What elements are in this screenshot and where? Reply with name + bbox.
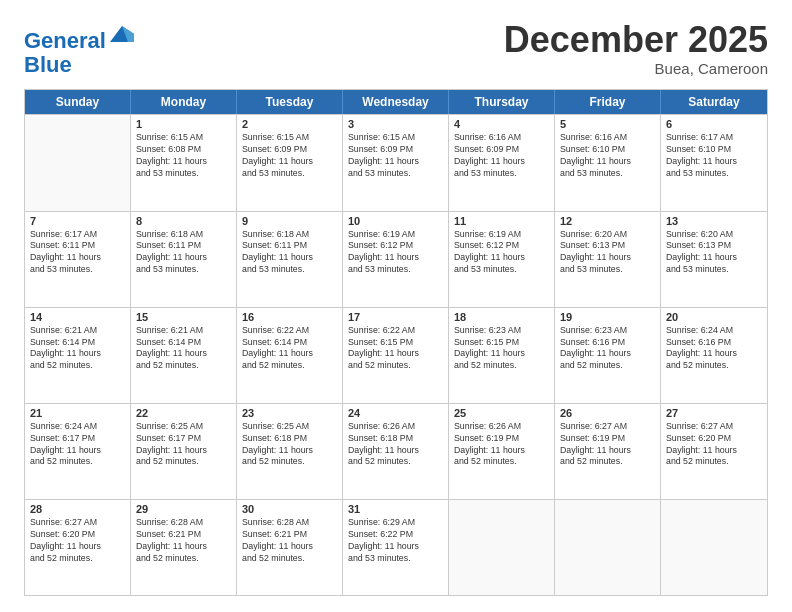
calendar: SundayMondayTuesdayWednesdayThursdayFrid… <box>24 89 768 596</box>
day-info: Sunrise: 6:15 AM Sunset: 6:08 PM Dayligh… <box>136 132 231 180</box>
cal-row-3: 21Sunrise: 6:24 AM Sunset: 6:17 PM Dayli… <box>25 403 767 499</box>
weekday-sunday: Sunday <box>25 90 131 114</box>
day-number: 26 <box>560 407 655 419</box>
calendar-header: SundayMondayTuesdayWednesdayThursdayFrid… <box>25 90 767 114</box>
day-number: 28 <box>30 503 125 515</box>
logo-icon <box>108 20 136 48</box>
day-info: Sunrise: 6:15 AM Sunset: 6:09 PM Dayligh… <box>348 132 443 180</box>
day-number: 15 <box>136 311 231 323</box>
cal-cell: 25Sunrise: 6:26 AM Sunset: 6:19 PM Dayli… <box>449 404 555 499</box>
cal-cell <box>555 500 661 595</box>
day-info: Sunrise: 6:16 AM Sunset: 6:10 PM Dayligh… <box>560 132 655 180</box>
day-number: 9 <box>242 215 337 227</box>
cal-row-2: 14Sunrise: 6:21 AM Sunset: 6:14 PM Dayli… <box>25 307 767 403</box>
day-info: Sunrise: 6:27 AM Sunset: 6:19 PM Dayligh… <box>560 421 655 469</box>
cal-cell: 29Sunrise: 6:28 AM Sunset: 6:21 PM Dayli… <box>131 500 237 595</box>
day-number: 17 <box>348 311 443 323</box>
weekday-friday: Friday <box>555 90 661 114</box>
day-info: Sunrise: 6:25 AM Sunset: 6:18 PM Dayligh… <box>242 421 337 469</box>
day-number: 13 <box>666 215 762 227</box>
day-info: Sunrise: 6:18 AM Sunset: 6:11 PM Dayligh… <box>242 229 337 277</box>
weekday-saturday: Saturday <box>661 90 767 114</box>
day-info: Sunrise: 6:27 AM Sunset: 6:20 PM Dayligh… <box>666 421 762 469</box>
day-number: 27 <box>666 407 762 419</box>
day-number: 24 <box>348 407 443 419</box>
cal-cell: 24Sunrise: 6:26 AM Sunset: 6:18 PM Dayli… <box>343 404 449 499</box>
day-number: 20 <box>666 311 762 323</box>
day-info: Sunrise: 6:17 AM Sunset: 6:10 PM Dayligh… <box>666 132 762 180</box>
day-info: Sunrise: 6:25 AM Sunset: 6:17 PM Dayligh… <box>136 421 231 469</box>
cal-cell: 28Sunrise: 6:27 AM Sunset: 6:20 PM Dayli… <box>25 500 131 595</box>
cal-cell: 7Sunrise: 6:17 AM Sunset: 6:11 PM Daylig… <box>25 212 131 307</box>
cal-cell: 11Sunrise: 6:19 AM Sunset: 6:12 PM Dayli… <box>449 212 555 307</box>
cal-cell: 30Sunrise: 6:28 AM Sunset: 6:21 PM Dayli… <box>237 500 343 595</box>
day-info: Sunrise: 6:20 AM Sunset: 6:13 PM Dayligh… <box>560 229 655 277</box>
month-title: December 2025 <box>504 20 768 60</box>
cal-cell: 1Sunrise: 6:15 AM Sunset: 6:08 PM Daylig… <box>131 115 237 210</box>
cal-cell: 13Sunrise: 6:20 AM Sunset: 6:13 PM Dayli… <box>661 212 767 307</box>
weekday-monday: Monday <box>131 90 237 114</box>
logo-text: General <box>24 20 136 53</box>
day-info: Sunrise: 6:22 AM Sunset: 6:15 PM Dayligh… <box>348 325 443 373</box>
cal-cell: 17Sunrise: 6:22 AM Sunset: 6:15 PM Dayli… <box>343 308 449 403</box>
day-info: Sunrise: 6:19 AM Sunset: 6:12 PM Dayligh… <box>454 229 549 277</box>
logo: General Blue <box>24 20 136 77</box>
cal-cell: 21Sunrise: 6:24 AM Sunset: 6:17 PM Dayli… <box>25 404 131 499</box>
day-number: 12 <box>560 215 655 227</box>
day-number: 11 <box>454 215 549 227</box>
weekday-wednesday: Wednesday <box>343 90 449 114</box>
cal-cell: 4Sunrise: 6:16 AM Sunset: 6:09 PM Daylig… <box>449 115 555 210</box>
logo-general: General <box>24 28 106 53</box>
day-number: 4 <box>454 118 549 130</box>
day-number: 8 <box>136 215 231 227</box>
day-number: 29 <box>136 503 231 515</box>
day-number: 19 <box>560 311 655 323</box>
cal-cell: 5Sunrise: 6:16 AM Sunset: 6:10 PM Daylig… <box>555 115 661 210</box>
cal-cell: 15Sunrise: 6:21 AM Sunset: 6:14 PM Dayli… <box>131 308 237 403</box>
cal-cell: 16Sunrise: 6:22 AM Sunset: 6:14 PM Dayli… <box>237 308 343 403</box>
day-info: Sunrise: 6:17 AM Sunset: 6:11 PM Dayligh… <box>30 229 125 277</box>
day-info: Sunrise: 6:23 AM Sunset: 6:16 PM Dayligh… <box>560 325 655 373</box>
day-number: 3 <box>348 118 443 130</box>
day-info: Sunrise: 6:16 AM Sunset: 6:09 PM Dayligh… <box>454 132 549 180</box>
day-number: 23 <box>242 407 337 419</box>
day-number: 1 <box>136 118 231 130</box>
day-number: 10 <box>348 215 443 227</box>
cal-cell: 6Sunrise: 6:17 AM Sunset: 6:10 PM Daylig… <box>661 115 767 210</box>
day-info: Sunrise: 6:21 AM Sunset: 6:14 PM Dayligh… <box>30 325 125 373</box>
day-number: 16 <box>242 311 337 323</box>
cal-cell: 12Sunrise: 6:20 AM Sunset: 6:13 PM Dayli… <box>555 212 661 307</box>
title-block: December 2025 Buea, Cameroon <box>504 20 768 77</box>
cal-cell: 26Sunrise: 6:27 AM Sunset: 6:19 PM Dayli… <box>555 404 661 499</box>
day-info: Sunrise: 6:23 AM Sunset: 6:15 PM Dayligh… <box>454 325 549 373</box>
day-number: 14 <box>30 311 125 323</box>
day-info: Sunrise: 6:28 AM Sunset: 6:21 PM Dayligh… <box>242 517 337 565</box>
cal-cell: 2Sunrise: 6:15 AM Sunset: 6:09 PM Daylig… <box>237 115 343 210</box>
cal-cell: 10Sunrise: 6:19 AM Sunset: 6:12 PM Dayli… <box>343 212 449 307</box>
cal-cell: 23Sunrise: 6:25 AM Sunset: 6:18 PM Dayli… <box>237 404 343 499</box>
cal-cell: 22Sunrise: 6:25 AM Sunset: 6:17 PM Dayli… <box>131 404 237 499</box>
day-number: 30 <box>242 503 337 515</box>
calendar-body: 1Sunrise: 6:15 AM Sunset: 6:08 PM Daylig… <box>25 114 767 595</box>
day-info: Sunrise: 6:27 AM Sunset: 6:20 PM Dayligh… <box>30 517 125 565</box>
day-info: Sunrise: 6:29 AM Sunset: 6:22 PM Dayligh… <box>348 517 443 565</box>
weekday-thursday: Thursday <box>449 90 555 114</box>
cal-cell <box>449 500 555 595</box>
day-info: Sunrise: 6:26 AM Sunset: 6:18 PM Dayligh… <box>348 421 443 469</box>
header: General Blue December 2025 Buea, Cameroo… <box>24 20 768 77</box>
day-info: Sunrise: 6:15 AM Sunset: 6:09 PM Dayligh… <box>242 132 337 180</box>
cal-row-0: 1Sunrise: 6:15 AM Sunset: 6:08 PM Daylig… <box>25 114 767 210</box>
day-info: Sunrise: 6:24 AM Sunset: 6:17 PM Dayligh… <box>30 421 125 469</box>
day-number: 22 <box>136 407 231 419</box>
location: Buea, Cameroon <box>504 60 768 77</box>
day-info: Sunrise: 6:21 AM Sunset: 6:14 PM Dayligh… <box>136 325 231 373</box>
cal-row-1: 7Sunrise: 6:17 AM Sunset: 6:11 PM Daylig… <box>25 211 767 307</box>
cal-cell: 3Sunrise: 6:15 AM Sunset: 6:09 PM Daylig… <box>343 115 449 210</box>
day-number: 21 <box>30 407 125 419</box>
day-number: 2 <box>242 118 337 130</box>
day-number: 31 <box>348 503 443 515</box>
page: General Blue December 2025 Buea, Cameroo… <box>0 0 792 612</box>
logo-blue: Blue <box>24 53 136 77</box>
cal-row-4: 28Sunrise: 6:27 AM Sunset: 6:20 PM Dayli… <box>25 499 767 595</box>
cal-cell <box>25 115 131 210</box>
